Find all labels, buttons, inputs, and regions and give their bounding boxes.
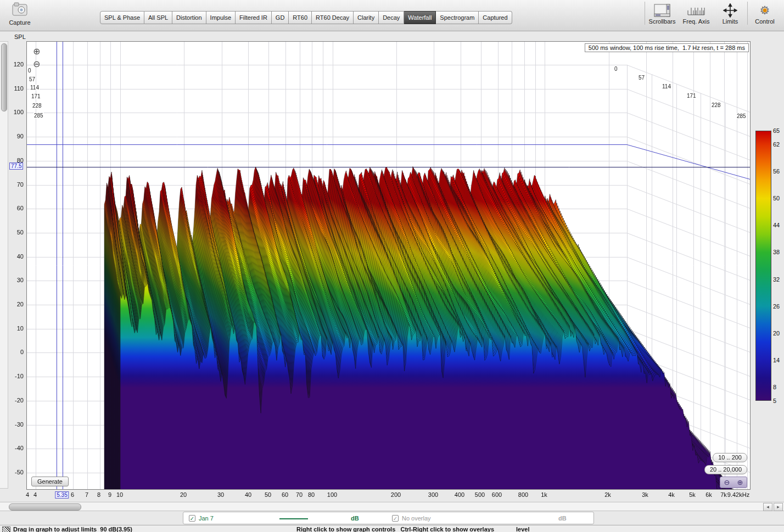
status-right-text: level xyxy=(516,526,529,532)
tool-freq-axis[interactable]: Freq. Axis xyxy=(679,2,713,25)
freq-tick-1k: 1k xyxy=(541,491,547,498)
tab-decay[interactable]: Decay xyxy=(379,11,404,24)
measurement-unit: dB xyxy=(351,515,359,522)
freq-tick-70: 70 xyxy=(296,491,303,498)
overlay-unit: dB xyxy=(558,515,567,522)
cursor-level-label: 77.5 xyxy=(9,163,23,170)
freq-tick-200: 200 xyxy=(391,491,401,498)
tab-waterfall[interactable]: Waterfall xyxy=(404,11,436,24)
time-label-right-0: 0 xyxy=(614,66,618,72)
freq-tick-40: 40 xyxy=(245,491,251,498)
spl-tick--40: -40 xyxy=(9,445,24,451)
status-bar: Drag in graph to adjust limits 90 dB(3.9… xyxy=(0,525,784,532)
horizontal-scrollbar-thumb[interactable] xyxy=(9,503,81,511)
freq-tick-7k: 7k xyxy=(720,491,727,498)
spl-tick-20: 20 xyxy=(9,301,24,307)
status-icon xyxy=(2,527,10,532)
vertical-scrollbar[interactable] xyxy=(0,41,8,489)
spl-tick-70: 70 xyxy=(9,181,24,188)
gear-center-dot xyxy=(763,8,767,12)
spl-tick--10: -10 xyxy=(9,373,24,379)
colorbar-tick-38: 38 xyxy=(773,249,780,255)
time-label-left-114: 114 xyxy=(30,85,40,91)
tool-control[interactable]: ⚙Control xyxy=(747,2,782,25)
cursor-frequency-label: 5.35 xyxy=(55,491,69,499)
tab-impulse[interactable]: Impulse xyxy=(206,11,236,24)
overlay-checkbox[interactable]: ✓ xyxy=(392,515,399,522)
vertical-scrollbar-thumb[interactable] xyxy=(1,43,7,111)
spl-tick--20: -20 xyxy=(9,397,24,404)
freq-tick-6: 6 xyxy=(71,491,74,498)
freq-tick-400: 400 xyxy=(455,491,464,498)
spl-tick-60: 60 xyxy=(9,205,24,211)
graph-tabs: SPL & PhaseAll SPLDistortionImpulseFilte… xyxy=(100,11,512,24)
gear-icon: ⚙ xyxy=(748,3,782,18)
tool-label: Scrollbars xyxy=(645,18,679,25)
waterfall-canvas[interactable] xyxy=(27,42,750,489)
freq-tick-300: 300 xyxy=(428,491,438,498)
range-button-10-200[interactable]: 10 .. 200 xyxy=(713,453,747,462)
freq-axis-icon xyxy=(679,3,713,18)
window-info-text: 500 ms window, 100 ms rise time, 1.7 Hz … xyxy=(585,43,749,52)
freq-tick-80: 80 xyxy=(308,491,315,498)
freq-tick-800: 800 xyxy=(518,491,528,498)
toolbar: Capture SPL & PhaseAll SPLDistortionImpu… xyxy=(0,0,784,31)
tool-scrollbars[interactable]: Scrollbars xyxy=(645,2,679,25)
time-label-right-57: 57 xyxy=(638,75,645,81)
spl-tick--50: -50 xyxy=(9,469,24,475)
tab-captured[interactable]: Captured xyxy=(479,11,512,24)
tab-spectrogram[interactable]: Spectrogram xyxy=(436,11,479,24)
freq-tick-50: 50 xyxy=(265,491,271,498)
spl-tick-110: 110 xyxy=(9,85,24,92)
freq-tick-7: 7 xyxy=(85,491,88,498)
colorbar-tick-8: 8 xyxy=(773,384,776,390)
rew-window: Capture SPL & PhaseAll SPLDistortionImpu… xyxy=(0,0,784,532)
waterfall-plot[interactable]: ⊕ ⊖ 500 ms window, 100 ms rise time, 1.7… xyxy=(26,41,751,490)
capture-icon xyxy=(12,9,28,18)
spl-tick-40: 40 xyxy=(9,253,24,260)
overlay-label[interactable]: No overlay xyxy=(402,515,431,522)
scroll-left-button[interactable]: ◂ xyxy=(763,503,772,511)
tab-spl-phase[interactable]: SPL & Phase xyxy=(100,11,144,24)
tab-gd[interactable]: GD xyxy=(272,11,289,24)
range-button-20-20000[interactable]: 20 .. 20,000 xyxy=(704,465,747,474)
freq-tick-100: 100 xyxy=(327,491,337,498)
time-label-right-285: 285 xyxy=(736,113,747,119)
tab-clarity[interactable]: Clarity xyxy=(354,11,379,24)
scroll-right-button[interactable]: ▸ xyxy=(774,503,783,511)
capture-button[interactable]: Capture xyxy=(5,2,34,26)
freq-tick-10: 10 xyxy=(116,491,123,498)
time-label-right-114: 114 xyxy=(662,83,671,89)
tab-distortion[interactable]: Distortion xyxy=(172,11,206,24)
zoom-in-button[interactable]: ⊕ xyxy=(33,47,40,55)
colorbar-tick-62: 62 xyxy=(773,141,780,148)
measurement-name[interactable]: Jan 7 xyxy=(199,515,214,522)
widget-zoom-out-icon[interactable]: ⊖ xyxy=(724,478,730,486)
widget-zoom-in-icon[interactable]: ⊕ xyxy=(737,478,743,486)
tab-rt60[interactable]: RT60 xyxy=(289,11,312,24)
tab-filtered-ir[interactable]: Filtered IR xyxy=(236,11,272,24)
spl-tick-30: 30 xyxy=(9,277,24,283)
time-label-left-0: 0 xyxy=(27,68,32,74)
spl-tick-90: 90 xyxy=(9,133,24,139)
tool-limits[interactable]: Limits xyxy=(713,2,747,25)
colorbar-tick-5: 5 xyxy=(773,397,776,404)
horizontal-scrollbar[interactable]: ◂ ▸ xyxy=(0,502,784,511)
generate-button[interactable]: Generate xyxy=(31,477,69,486)
colorbar-tick-50: 50 xyxy=(773,195,780,201)
tab-rt60-decay[interactable]: RT60 Decay xyxy=(312,11,354,24)
freq-tick-9.42kHz: 9.42kHz xyxy=(727,491,749,498)
scrollbars-icon xyxy=(645,3,679,18)
measurement-trace-swatch xyxy=(279,518,308,519)
freq-tick-6k: 6k xyxy=(705,491,712,498)
spl-tick-100: 100 xyxy=(9,109,24,115)
freq-tick-9: 9 xyxy=(108,491,111,498)
level-colorbar xyxy=(755,131,771,401)
time-label-left-228: 228 xyxy=(32,103,42,109)
tool-label: Limits xyxy=(713,18,747,25)
measurement-checkbox[interactable]: ✓ xyxy=(189,515,195,522)
freq-tick-600: 600 xyxy=(492,491,502,498)
zoom-widget[interactable]: ⊖ ⊕ xyxy=(720,477,747,488)
zoom-out-button[interactable]: ⊖ xyxy=(33,60,40,68)
tab-all-spl[interactable]: All SPL xyxy=(144,11,172,24)
